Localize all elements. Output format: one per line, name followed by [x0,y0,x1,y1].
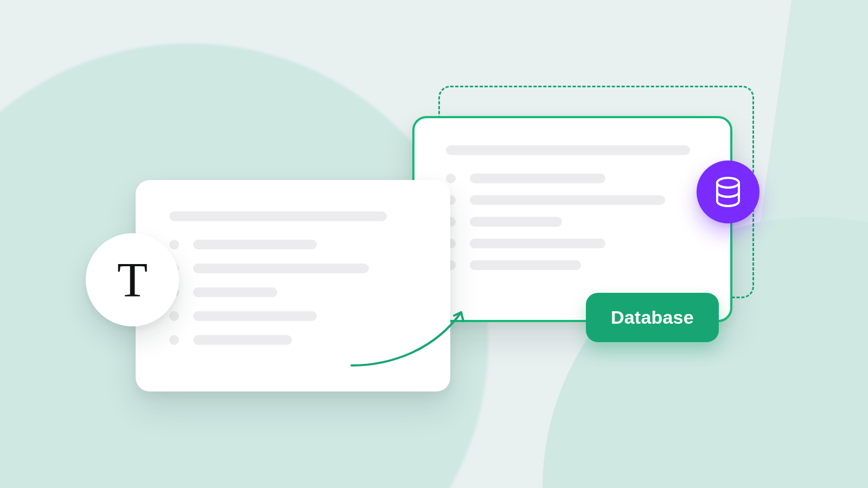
db-card-row [446,217,699,227]
text-card [136,180,450,391]
db-card-line [470,239,605,248]
db-card-row [446,174,699,183]
database-card [412,116,732,322]
database-label-text: Database [611,307,694,328]
text-card-row [169,240,417,249]
text-card-row [169,287,417,297]
text-card-title-placeholder [169,211,387,221]
bullet-dot [169,335,179,345]
db-card-row [446,260,699,270]
database-icon [697,160,760,223]
bullet-dot [169,240,179,249]
db-card-line [470,195,665,205]
text-card-row [169,311,417,321]
text-card-row [169,264,417,273]
db-card-title-placeholder [446,145,690,155]
bullet-dot [169,311,179,321]
database-label-pill: Database [586,293,719,342]
text-card-line [193,311,317,321]
text-card-line [193,264,369,273]
text-type-glyph: T [117,251,148,309]
bullet-dot [446,174,456,183]
text-card-line [193,335,292,345]
text-type-icon: T [86,233,179,326]
db-card-row [446,195,699,205]
db-card-row [446,239,699,248]
db-card-line [470,217,562,227]
text-card-row [169,335,417,345]
text-card-line [193,240,317,249]
db-card-line [470,174,605,183]
text-card-line [193,287,277,297]
svg-point-0 [717,178,739,188]
diagram-stage: T Database [0,0,868,488]
db-card-line [470,260,581,270]
